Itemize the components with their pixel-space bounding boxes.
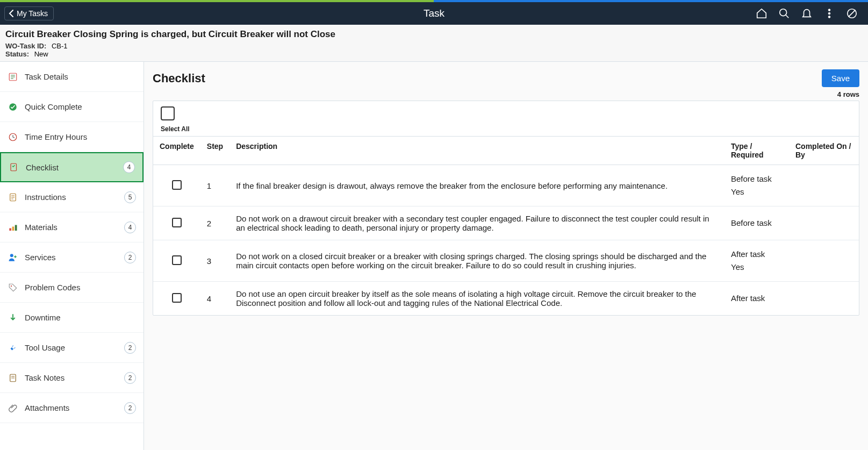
svg-rect-14	[15, 225, 17, 231]
sidebar-item-label: Task Notes	[25, 373, 64, 382]
row-description: Do not use an open circuit breaker by it…	[229, 282, 724, 316]
sidebar-item-label: Services	[25, 253, 56, 262]
row-type-required: Before task	[724, 206, 789, 240]
sidebar-item-task-notes[interactable]: Task Notes 2	[0, 363, 144, 393]
sidebar-item-task-details[interactable]: Task Details	[0, 62, 144, 92]
check-circle-icon	[8, 102, 18, 112]
no-entry-icon[interactable]	[845, 7, 858, 20]
wo-task-id-label: WO-Task ID:	[5, 42, 46, 50]
row-completed-on-by	[789, 240, 859, 282]
status-label: Status:	[5, 50, 29, 58]
back-button[interactable]: My Tasks	[4, 6, 54, 20]
sidebar-item-label: Task Details	[25, 72, 68, 81]
sidebar-item-label: Materials	[25, 223, 58, 232]
row-checkbox[interactable]	[172, 180, 182, 190]
row-description: Do not work on a closed circuit breaker …	[229, 240, 724, 282]
sidebar-item-label: Quick Complete	[25, 102, 82, 111]
svg-rect-12	[9, 228, 11, 231]
row-step: 3	[200, 240, 229, 282]
svg-point-0	[780, 9, 787, 16]
sidebar-badge: 2	[124, 342, 136, 354]
sidebar-item-label: Checklist	[26, 163, 59, 172]
table-row[interactable]: 1If the final breaker design is drawout,…	[153, 165, 859, 206]
sidebar-badge: 2	[124, 372, 136, 384]
svg-point-3	[828, 12, 830, 15]
content-header: Checklist Save	[153, 69, 859, 87]
sidebar-item-checklist[interactable]: Checklist 4	[0, 152, 144, 182]
row-step: 2	[200, 206, 229, 240]
sidebar-item-time-entry[interactable]: Time Entry Hours	[0, 122, 144, 152]
sidebar-item-label: Problem Codes	[25, 283, 80, 292]
svg-point-4	[828, 16, 830, 18]
svg-point-15	[10, 254, 13, 257]
row-step: 1	[200, 165, 229, 206]
sidebar-item-services[interactable]: Services 2	[0, 242, 144, 273]
col-description: Description	[229, 137, 724, 165]
task-details-icon	[8, 72, 18, 82]
row-type-required: Before taskYes	[724, 165, 789, 206]
row-completed-on-by	[789, 206, 859, 240]
sidebar-badge: 5	[124, 191, 136, 203]
kebab-menu-icon[interactable]	[823, 7, 836, 20]
select-all-label: Select All	[161, 125, 851, 133]
table-row[interactable]: 2Do not work on a drawout circuit breake…	[153, 206, 859, 240]
svg-line-6	[849, 10, 856, 17]
topbar-icons	[755, 7, 864, 20]
select-all-section: Select All	[153, 101, 859, 137]
svg-point-2	[828, 9, 830, 11]
row-checkbox[interactable]	[172, 218, 182, 227]
sidebar: Task Details Quick Complete Time Entry H…	[0, 62, 144, 450]
topbar: My Tasks Task	[0, 2, 868, 25]
arrow-down-icon	[8, 312, 18, 323]
materials-icon	[8, 222, 18, 233]
table-row[interactable]: 4Do not use an open circuit breaker by i…	[153, 282, 859, 316]
select-all-checkbox[interactable]	[161, 106, 175, 120]
sidebar-item-downtime[interactable]: Downtime	[0, 303, 144, 333]
clock-icon	[8, 132, 18, 142]
sidebar-item-instructions[interactable]: Instructions 5	[0, 182, 144, 212]
col-complete: Complete	[153, 137, 200, 165]
save-button[interactable]: Save	[822, 69, 859, 87]
row-type-required: After taskYes	[724, 240, 789, 282]
sidebar-badge: 2	[124, 402, 136, 414]
table-row[interactable]: 3Do not work on a closed circuit breaker…	[153, 240, 859, 282]
checklist-table: Select All Complete Step Description Typ…	[153, 101, 859, 316]
back-button-label: My Tasks	[17, 9, 48, 18]
sidebar-item-quick-complete[interactable]: Quick Complete	[0, 92, 144, 122]
home-icon[interactable]	[755, 7, 768, 20]
sidebar-item-materials[interactable]: Materials 4	[0, 212, 144, 242]
row-checkbox[interactable]	[172, 293, 182, 303]
row-description: Do not work on a drawout circuit breaker…	[229, 206, 724, 240]
sidebar-item-label: Tool Usage	[25, 343, 65, 352]
wrench-icon	[8, 342, 18, 353]
sidebar-item-tool-usage[interactable]: Tool Usage 2	[0, 333, 144, 363]
table-header-row: Complete Step Description Type / Require…	[153, 137, 859, 165]
sidebar-item-label: Time Entry Hours	[25, 132, 87, 141]
status-value: New	[34, 50, 48, 58]
svg-point-16	[11, 285, 12, 286]
chevron-left-icon	[8, 10, 15, 17]
sidebar-item-label: Instructions	[25, 192, 66, 202]
sidebar-item-attachments[interactable]: Attachments 2	[0, 393, 144, 423]
sidebar-item-label: Downtime	[25, 313, 61, 322]
row-completed-on-by	[789, 282, 859, 316]
wo-task-id-line: WO-Task ID: CB-1	[5, 42, 863, 50]
bell-icon[interactable]	[800, 7, 813, 20]
search-icon[interactable]	[778, 7, 791, 20]
clipboard-icon	[8, 192, 18, 203]
paperclip-icon	[8, 403, 18, 413]
row-checkbox[interactable]	[172, 255, 182, 265]
wo-task-id-value: CB-1	[52, 42, 68, 50]
content: Checklist Save 4 rows Select All Complet…	[144, 62, 868, 450]
tag-icon	[8, 282, 18, 293]
page-title: Task	[424, 8, 444, 19]
sidebar-badge: 2	[124, 252, 136, 263]
notes-icon	[8, 373, 18, 383]
row-step: 4	[200, 282, 229, 316]
sidebar-item-label: Attachments	[25, 403, 69, 412]
sidebar-badge: 4	[124, 222, 136, 233]
row-completed-on-by	[789, 165, 859, 206]
row-type-required: After task	[724, 282, 789, 316]
sidebar-item-problem-codes[interactable]: Problem Codes	[0, 273, 144, 303]
col-completed-on-by: Completed On / By	[789, 137, 859, 165]
